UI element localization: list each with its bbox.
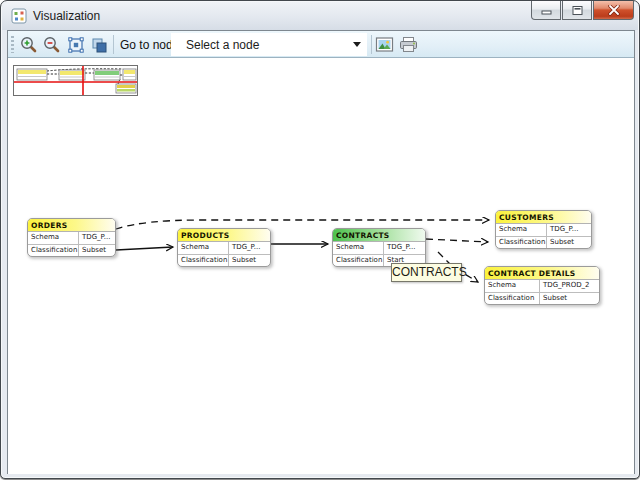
classification-value: Subset (547, 237, 591, 248)
classification-row: Classification Subset (178, 254, 270, 266)
zoom-out-button[interactable] (41, 34, 62, 55)
print-button[interactable] (398, 34, 419, 55)
toolbar-separator (113, 35, 114, 54)
fit-to-window-button[interactable] (65, 34, 86, 55)
diagram-canvas[interactable]: ORDERS Schema TDG_P... Classification Su… (8, 59, 634, 474)
schema-row: Schema TDG_P... (178, 242, 270, 254)
maximize-button[interactable] (562, 1, 592, 20)
node-selector-value: Select a node (171, 38, 259, 52)
edge-contracts-customers (426, 239, 488, 242)
window-title: Visualization (33, 9, 100, 23)
schema-value: TDG_PROD_2 (540, 280, 599, 292)
overview-thumbnail (14, 66, 137, 95)
node-orders[interactable]: ORDERS Schema TDG_P... Classification Su… (27, 218, 116, 257)
schema-value: TDG_P... (547, 224, 591, 236)
node-title: CUSTOMERS (496, 211, 591, 224)
printer-icon (398, 36, 419, 54)
edge-orders-customers (116, 220, 489, 229)
node-contracts[interactable]: CONTRACTS Schema TDG_P... Classification… (332, 228, 426, 267)
toolbar-grip[interactable] (11, 36, 14, 53)
classification-label: Classification (496, 237, 547, 248)
toolbar: Go to node Select a node (8, 31, 634, 58)
export-image-button[interactable] (374, 34, 395, 55)
node-customers[interactable]: CUSTOMERS Schema TDG_P... Classification… (495, 210, 592, 249)
schema-label: Schema (178, 242, 229, 254)
minimize-button[interactable] (531, 1, 561, 20)
schema-label: Schema (333, 242, 384, 254)
classification-value: Subset (229, 255, 270, 266)
schema-row: Schema TDG_P... (496, 224, 591, 236)
node-title: CONTRACTS (333, 229, 425, 242)
classification-row: Classification Subset (485, 292, 599, 304)
overview-toggle-button[interactable] (88, 34, 109, 55)
close-icon (607, 5, 621, 16)
schema-value: TDG_P... (79, 232, 115, 244)
classification-label: Classification (178, 255, 229, 266)
schema-value: TDG_P... (229, 242, 270, 254)
node-title: CONTRACT DETAILS (485, 267, 599, 280)
overview-panel[interactable] (13, 65, 138, 96)
close-button[interactable] (593, 1, 634, 20)
zoom-in-button[interactable] (18, 34, 39, 55)
chevron-down-icon[interactable] (353, 42, 361, 47)
node-title: PRODUCTS (178, 229, 270, 242)
toolbar-separator-2 (371, 35, 372, 54)
magnifier-plus-icon (19, 35, 38, 54)
classification-row: Classification Subset (28, 244, 115, 256)
classification-label: Classification (485, 293, 540, 304)
node-selector-combobox[interactable]: Select a node (171, 33, 367, 56)
schema-label: Schema (28, 232, 79, 244)
fit-frame-icon (67, 36, 85, 54)
schema-label: Schema (485, 280, 540, 292)
picture-icon (375, 36, 394, 53)
schema-row: Schema TDG_P... (333, 242, 425, 254)
minimize-icon (540, 6, 553, 15)
edge-orders-products (116, 247, 173, 250)
node-products[interactable]: PRODUCTS Schema TDG_P... Classification … (177, 228, 271, 267)
schema-value: TDG_P... (384, 242, 425, 254)
classification-value: Subset (79, 245, 115, 256)
visualization-window: Visualization (0, 0, 640, 479)
maximize-icon (571, 5, 584, 16)
classification-value: Subset (540, 293, 599, 304)
classification-label: Classification (333, 255, 384, 266)
classification-label: Classification (28, 245, 79, 256)
overlapping-windows-icon (90, 36, 108, 54)
classification-row: Classification Subset (496, 236, 591, 248)
node-title: ORDERS (28, 219, 115, 232)
node-contract-details[interactable]: CONTRACT DETAILS Schema TDG_PROD_2 Class… (484, 266, 600, 305)
schema-row: Schema TDG_PROD_2 (485, 280, 599, 292)
node-tooltip: CONTRACTS (391, 263, 462, 282)
schema-row: Schema TDG_P... (28, 232, 115, 244)
client-area: Go to node Select a node (7, 30, 635, 474)
schema-label: Schema (496, 224, 547, 236)
visualization-app-icon (11, 8, 27, 24)
magnifier-minus-icon (42, 35, 61, 54)
